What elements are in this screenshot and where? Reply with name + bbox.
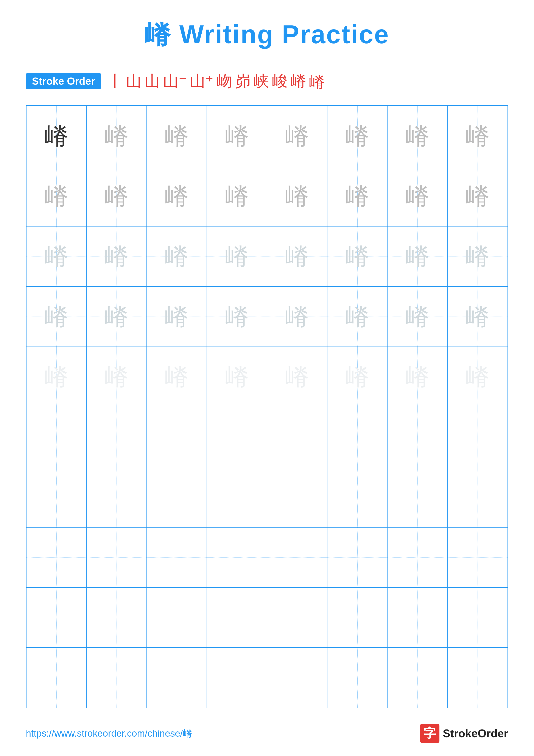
grid-cell-empty[interactable] bbox=[147, 467, 207, 527]
grid-cell: 嵴 bbox=[267, 226, 327, 286]
stroke-step-2: 山 bbox=[126, 73, 141, 89]
practice-char: 嵴 bbox=[345, 305, 369, 328]
grid-cell: 嵴 bbox=[387, 347, 447, 407]
stroke-step-6: 岉 bbox=[216, 73, 232, 89]
grid-cell: 嵴 bbox=[207, 106, 267, 166]
grid-cell: 嵴 bbox=[447, 166, 508, 226]
practice-char: 嵴 bbox=[165, 124, 189, 148]
grid-cell-empty[interactable] bbox=[26, 407, 87, 467]
grid-cell-empty[interactable] bbox=[387, 587, 447, 648]
stroke-step-8: 峡 bbox=[254, 73, 269, 89]
stroke-step-5: 山⁺ bbox=[190, 73, 214, 89]
grid-cell-empty[interactable] bbox=[207, 467, 267, 527]
grid-cell-empty[interactable] bbox=[26, 467, 87, 527]
practice-char: 嵴 bbox=[45, 244, 68, 268]
stroke-step-4: 山⁻ bbox=[163, 73, 187, 89]
practice-char: 嵴 bbox=[466, 305, 489, 328]
grid-cell-empty[interactable] bbox=[267, 407, 327, 467]
practice-char: 嵴 bbox=[225, 365, 249, 389]
grid-cell-empty[interactable] bbox=[207, 587, 267, 648]
grid-cell-empty[interactable] bbox=[447, 527, 508, 587]
grid-cell: 嵴 bbox=[327, 106, 387, 166]
grid-cell: 嵴 bbox=[447, 226, 508, 286]
grid-cell-empty[interactable] bbox=[267, 467, 327, 527]
grid-cell-empty[interactable] bbox=[327, 527, 387, 587]
practice-char: 嵴 bbox=[345, 244, 369, 268]
grid-cell: 嵴 bbox=[447, 347, 508, 407]
grid-cell: 嵴 bbox=[26, 347, 87, 407]
grid-cell: 嵴 bbox=[26, 166, 87, 226]
grid-cell-empty[interactable] bbox=[267, 527, 327, 587]
grid-cell: 嵴 bbox=[87, 106, 146, 166]
grid-cell: 嵴 bbox=[327, 286, 387, 346]
practice-char: 嵴 bbox=[225, 305, 249, 328]
grid-cell-empty[interactable] bbox=[327, 648, 387, 708]
practice-char: 嵴 bbox=[105, 305, 128, 328]
stroke-sequence: 丨 山 山 山⁻ 山⁺ 岉 峁 峡 峻 嵴 bbox=[108, 73, 306, 89]
grid-cell-empty[interactable] bbox=[327, 467, 387, 527]
grid-cell-empty[interactable] bbox=[147, 407, 207, 467]
footer-logo: 字 StrokeOrder bbox=[420, 724, 508, 743]
grid-cell-empty[interactable] bbox=[87, 527, 146, 587]
practice-char: 嵴 bbox=[285, 124, 309, 148]
grid-cell: 嵴 bbox=[147, 226, 207, 286]
practice-grid: 嵴 嵴 嵴 嵴 嵴 嵴 嵴 嵴 嵴 嵴 嵴 嵴 嵴 嵴 嵴 嵴 嵴 嵴 嵴 嵴 … bbox=[26, 105, 508, 708]
practice-char: 嵴 bbox=[225, 244, 249, 268]
stroke-step-10: 嵴 bbox=[291, 73, 306, 89]
stroke-step-9: 峻 bbox=[272, 73, 288, 89]
grid-cell-empty[interactable] bbox=[447, 648, 508, 708]
grid-cell: 嵴 bbox=[267, 286, 327, 346]
grid-cell: 嵴 bbox=[387, 106, 447, 166]
grid-cell: 嵴 bbox=[26, 226, 87, 286]
grid-cell-empty[interactable] bbox=[87, 648, 146, 708]
practice-char: 嵴 bbox=[105, 365, 128, 389]
grid-cell-empty[interactable] bbox=[207, 527, 267, 587]
grid-cell: 嵴 bbox=[207, 286, 267, 346]
practice-char: 嵴 bbox=[345, 184, 369, 208]
grid-cell-empty[interactable] bbox=[87, 467, 146, 527]
stroke-step-7: 峁 bbox=[235, 73, 250, 89]
grid-cell: 嵴 bbox=[387, 166, 447, 226]
grid-cell-empty[interactable] bbox=[26, 648, 87, 708]
grid-cell-empty[interactable] bbox=[207, 648, 267, 708]
practice-char: 嵴 bbox=[285, 184, 309, 208]
grid-cell-empty[interactable] bbox=[387, 527, 447, 587]
practice-char: 嵴 bbox=[285, 365, 309, 389]
grid-cell-empty[interactable] bbox=[447, 467, 508, 527]
grid-cell-empty[interactable] bbox=[207, 407, 267, 467]
grid-cell-empty[interactable] bbox=[327, 407, 387, 467]
grid-cell-empty[interactable] bbox=[267, 587, 327, 648]
grid-cell-empty[interactable] bbox=[387, 407, 447, 467]
stroke-order-badge: Stroke Order bbox=[26, 73, 101, 89]
grid-cell: 嵴 bbox=[447, 286, 508, 346]
grid-cell-empty[interactable] bbox=[267, 648, 327, 708]
grid-cell-empty[interactable] bbox=[87, 587, 146, 648]
practice-char: 嵴 bbox=[105, 184, 128, 208]
grid-cell: 嵴 bbox=[267, 106, 327, 166]
grid-cell-empty[interactable] bbox=[447, 587, 508, 648]
grid-cell-empty[interactable] bbox=[327, 587, 387, 648]
practice-char: 嵴 bbox=[406, 184, 429, 208]
grid-cell-empty[interactable] bbox=[387, 648, 447, 708]
grid-cell-empty[interactable] bbox=[387, 467, 447, 527]
grid-cell: 嵴 bbox=[147, 286, 207, 346]
footer-url[interactable]: https://www.strokeorder.com/chinese/嵴 bbox=[26, 727, 192, 740]
grid-cell: 嵴 bbox=[87, 286, 146, 346]
grid-cell-empty[interactable] bbox=[87, 407, 146, 467]
practice-char: 嵴 bbox=[466, 184, 489, 208]
grid-cell: 嵴 bbox=[387, 226, 447, 286]
grid-cell: 嵴 bbox=[447, 106, 508, 166]
page-title: 嵴 Writing Practice bbox=[26, 17, 508, 52]
stroke-step-1: 丨 bbox=[108, 73, 123, 89]
practice-char: 嵴 bbox=[45, 365, 68, 389]
grid-cell-empty[interactable] bbox=[147, 587, 207, 648]
grid-cell-empty[interactable] bbox=[147, 648, 207, 708]
footer: https://www.strokeorder.com/chinese/嵴 字 … bbox=[26, 724, 508, 743]
practice-char: 嵴 bbox=[45, 305, 68, 328]
grid-cell: 嵴 bbox=[147, 347, 207, 407]
grid-cell-empty[interactable] bbox=[447, 407, 508, 467]
grid-cell-empty[interactable] bbox=[26, 587, 87, 648]
grid-cell-empty[interactable] bbox=[26, 527, 87, 587]
grid-cell: 嵴 bbox=[87, 226, 146, 286]
grid-cell-empty[interactable] bbox=[147, 527, 207, 587]
